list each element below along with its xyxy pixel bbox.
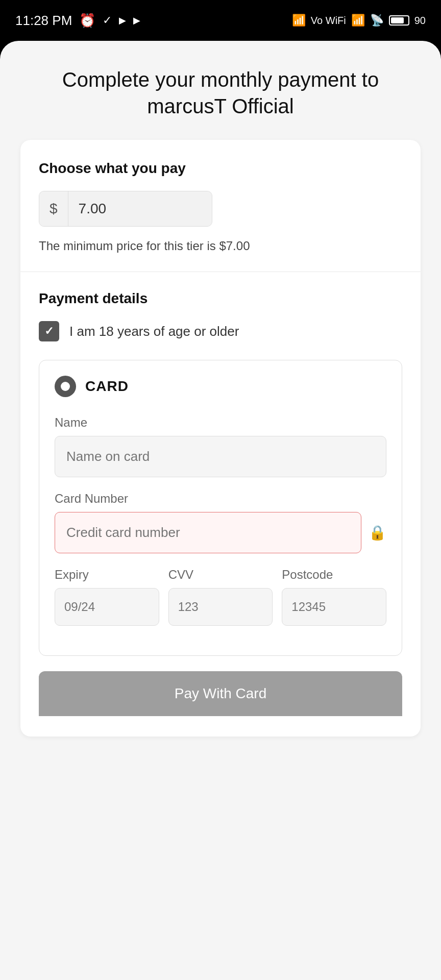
- payment-card: Choose what you pay $ 7.00 The minimum p…: [20, 140, 421, 737]
- signal-icon-2: 📶: [351, 14, 365, 27]
- age-verify-row[interactable]: ✓ I am 18 years of age or older: [39, 321, 402, 341]
- payment-details-heading: Payment details: [39, 290, 402, 307]
- wifi-icon: 📡: [370, 14, 384, 27]
- currency-symbol: $: [39, 191, 68, 226]
- vowifi-label: Vo WiFi: [311, 15, 346, 27]
- expiry-cvv-postcode-row: Expiry CVV Postcode: [55, 568, 386, 640]
- age-checkbox[interactable]: ✓: [39, 321, 59, 341]
- expiry-input[interactable]: [55, 588, 159, 626]
- card-number-row: 🔒: [55, 512, 386, 553]
- battery-percent: 90: [414, 15, 426, 27]
- postcode-input[interactable]: [282, 588, 386, 626]
- main-content: Complete your monthly payment to marcusT…: [0, 41, 441, 980]
- name-on-card-input[interactable]: [55, 436, 386, 477]
- card-number-input-wrap: [55, 512, 361, 553]
- alarm-icon: ⏰: [79, 13, 95, 29]
- payment-details-section: Payment details ✓ I am 18 years of age o…: [39, 290, 402, 341]
- check-icon: ✓: [103, 14, 112, 27]
- status-time: 11:28 PM: [15, 13, 72, 29]
- choose-pay-heading: Choose what you pay: [39, 160, 402, 177]
- status-bar: 11:28 PM ⏰ ✓ ▶ ▶ 📶 Vo WiFi 📶 📡 90: [0, 0, 441, 41]
- card-method-header: CARD: [55, 376, 386, 397]
- expiry-field-group: Expiry: [55, 568, 159, 626]
- cvv-input[interactable]: [168, 588, 273, 626]
- play-icon-2: ▶: [133, 15, 140, 26]
- choose-pay-section: Choose what you pay $ 7.00 The minimum p…: [39, 160, 402, 253]
- card-radio-button[interactable]: [55, 376, 76, 397]
- postcode-field-group: Postcode: [282, 568, 386, 626]
- pay-button-wrap: Pay With Card: [39, 661, 402, 716]
- page-title: Complete your monthly payment to marcusT…: [20, 66, 421, 119]
- card-number-field-group: Card Number 🔒: [55, 492, 386, 553]
- amount-value: 7.00: [68, 191, 212, 226]
- lock-icon: 🔒: [369, 524, 386, 541]
- card-method-label: CARD: [85, 378, 129, 395]
- name-label: Name: [55, 415, 386, 430]
- age-verify-label: I am 18 years of age or older: [69, 324, 239, 339]
- cvv-label: CVV: [168, 568, 273, 582]
- minimum-price-text: The minimum price for this tier is $7.00: [39, 239, 402, 253]
- pay-with-card-button[interactable]: Pay With Card: [39, 671, 402, 716]
- cvv-field-group: CVV: [168, 568, 273, 626]
- card-number-label: Card Number: [55, 492, 386, 506]
- credit-card-number-input[interactable]: [55, 512, 361, 553]
- name-field-group: Name: [55, 415, 386, 477]
- postcode-label: Postcode: [282, 568, 386, 582]
- divider: [20, 272, 421, 272]
- amount-input-row[interactable]: $ 7.00: [39, 191, 212, 227]
- checkmark-icon: ✓: [44, 325, 54, 338]
- expiry-label: Expiry: [55, 568, 159, 582]
- battery-icon: [389, 15, 409, 26]
- payment-method-card: CARD Name Card Number 🔒 Ex: [39, 360, 402, 656]
- signal-icon: 📶: [292, 14, 306, 27]
- radio-inner: [61, 382, 70, 391]
- play-icon: ▶: [119, 15, 126, 26]
